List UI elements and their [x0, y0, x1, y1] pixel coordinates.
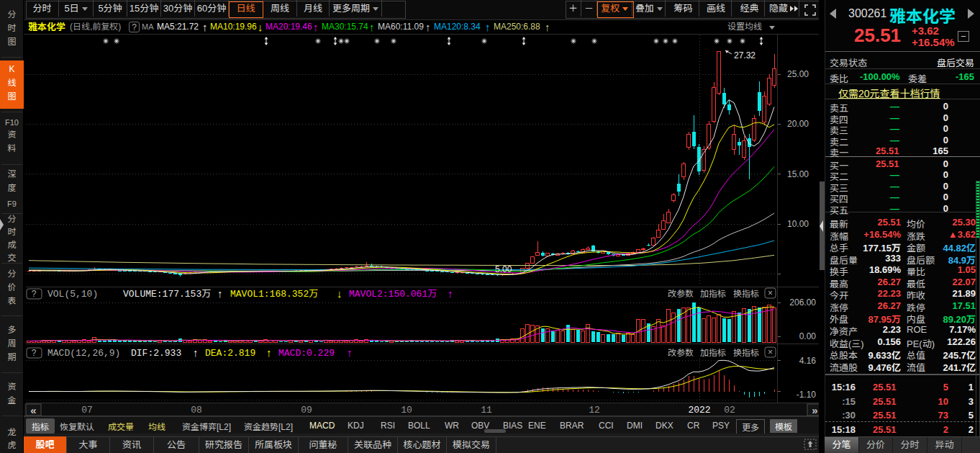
svg-text:换指标: 换指标 — [733, 289, 759, 299]
svg-text:×: × — [768, 288, 773, 298]
svg-text:MACD(12,26,9): MACD(12,26,9) — [47, 348, 120, 359]
svg-text:5.00: 5.00 — [495, 264, 512, 274]
svg-text:↑: ↑ — [193, 346, 199, 359]
svg-text:15.00: 15.00 — [787, 169, 809, 179]
svg-text:08: 08 — [191, 405, 202, 416]
svg-text:MACD:0.229: MACD:0.229 — [278, 348, 335, 359]
svg-text:换指标: 换指标 — [733, 348, 759, 358]
svg-text:MAVOL1:168.352万: MAVOL1:168.352万 — [230, 289, 318, 300]
svg-text:4.16: 4.16 — [799, 356, 817, 366]
svg-text:加指标: 加指标 — [700, 348, 726, 358]
svg-text:2022: 2022 — [688, 405, 710, 416]
svg-text:改参数: 改参数 — [668, 348, 694, 358]
svg-text:27.32: 27.32 — [734, 50, 756, 60]
svg-text:MAVOL2:150.061万: MAVOL2:150.061万 — [349, 289, 437, 300]
svg-text:206.00: 206.00 — [789, 297, 816, 308]
svg-text:↑: ↑ — [448, 287, 453, 300]
svg-text:02: 02 — [724, 405, 735, 416]
svg-text:12: 12 — [589, 405, 600, 416]
svg-text:改参数: 改参数 — [668, 289, 694, 299]
svg-text:?: ? — [32, 348, 37, 358]
svg-text:11: 11 — [481, 405, 492, 416]
svg-text:↑: ↑ — [266, 346, 272, 359]
svg-text:25.00: 25.00 — [787, 69, 809, 79]
svg-text:-1.10: -1.10 — [797, 390, 817, 400]
svg-text:VOL(5,10): VOL(5,10) — [47, 289, 98, 300]
svg-text:↑: ↑ — [217, 287, 223, 300]
svg-text:?: ? — [32, 289, 37, 299]
svg-text:10.00: 10.00 — [787, 219, 809, 229]
svg-text:«: « — [30, 404, 36, 416]
svg-text:加指标: 加指标 — [700, 289, 726, 299]
svg-text:0.00: 0.00 — [799, 331, 817, 341]
svg-text:×: × — [768, 347, 773, 357]
svg-text:↓: ↓ — [337, 287, 342, 300]
svg-text:↑: ↑ — [347, 346, 353, 359]
svg-text:07: 07 — [81, 405, 93, 416]
svg-text:DEA:2.819: DEA:2.819 — [205, 348, 255, 359]
svg-text:20.00: 20.00 — [787, 119, 809, 129]
svg-text:»: » — [812, 404, 817, 416]
svg-text:09: 09 — [301, 405, 312, 416]
svg-text:DIF:2.933: DIF:2.933 — [131, 348, 181, 359]
svg-text:VOLUME:177.153万: VOLUME:177.153万 — [123, 289, 211, 300]
svg-text:10: 10 — [401, 405, 412, 416]
